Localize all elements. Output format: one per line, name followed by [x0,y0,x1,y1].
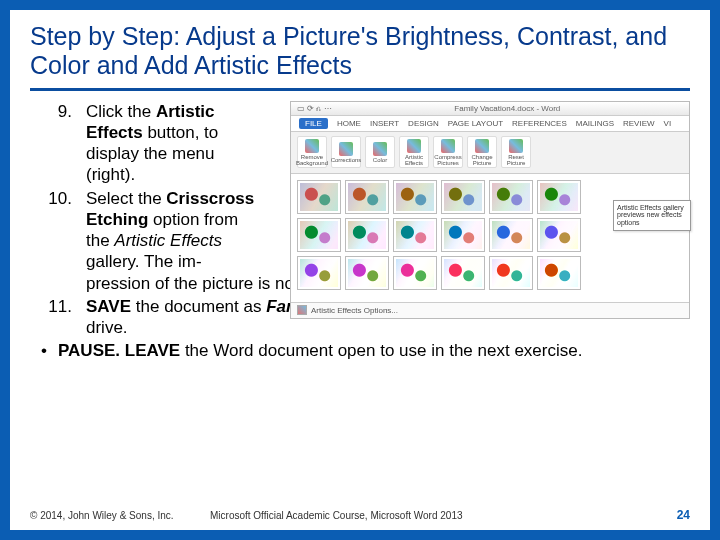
ribbon-tabs: FILEHOMEINSERTDESIGNPAGE LAYOUTREFERENCE… [291,116,689,132]
pause-text: PAUSE. LEAVE the Word document open to u… [58,340,690,361]
tab-vi: VI [664,119,672,128]
slide: Step by Step: Adjust a Picture's Brightn… [10,10,710,530]
slide-title: Step by Step: Adjust a Picture's Brightn… [30,22,690,86]
effect-thumb [441,218,485,252]
title-rule [30,88,690,91]
swatch-icon [297,305,307,315]
page-number: 24 [677,508,690,522]
ribbon-buttons: Remove BackgroundCorrectionsColorArtisti… [291,132,689,174]
pause-bullet: • PAUSE. LEAVE the Word document open to… [30,340,690,361]
effect-thumb [489,180,533,214]
qa-icons: ▭ ⟳ ⎌ ⋯ [297,104,332,113]
effect-thumb [297,180,341,214]
tab-home: HOME [337,119,361,128]
effect-thumb [393,218,437,252]
effect-thumb [345,256,389,290]
tab-review: REVIEW [623,119,655,128]
window-titlebar: ▭ ⟳ ⎌ ⋯ Family Vacation4.docx - Word [291,102,689,116]
effect-thumb [297,256,341,290]
tab-file: FILE [299,118,328,129]
gallery-footer-label: Artistic Effects Options... [311,306,398,315]
effect-thumb [393,256,437,290]
effect-thumb [489,256,533,290]
tab-insert: INSERT [370,119,399,128]
copyright: © 2014, John Wiley & Sons, Inc. [30,510,174,521]
effect-thumb [537,256,581,290]
bullet-dot: • [30,340,58,361]
ribbon-remove-background: Remove Background [297,136,327,168]
tab-references: REFERENCES [512,119,567,128]
slide-footer: © 2014, John Wiley & Sons, Inc. Microsof… [30,508,690,522]
ribbon-artistic-effects: Artistic Effects [399,136,429,168]
callout-box: Artistic Effects gallery previews new ef… [613,200,691,231]
effect-thumb [345,180,389,214]
tab-design: DESIGN [408,119,439,128]
word-screenshot: ▭ ⟳ ⎌ ⋯ Family Vacation4.docx - Word FIL… [290,101,690,319]
effect-thumb [489,218,533,252]
effect-thumb [297,218,341,252]
course-name: Microsoft Official Academic Course, Micr… [210,510,463,521]
gallery-footer: Artistic Effects Options... [291,302,689,318]
ribbon-color: Color [365,136,395,168]
artistic-effects-gallery: Artistic Effects gallery previews new ef… [291,174,689,318]
ribbon-change-picture: Change Picture [467,136,497,168]
content-area: 9.Click the Artistic Effects button, to … [30,101,690,362]
ribbon-corrections: Corrections [331,136,361,168]
tab-mailings: MAILINGS [576,119,614,128]
effect-thumb [537,218,581,252]
ribbon-compress-pictures: Compress Pictures [433,136,463,168]
effect-thumb [441,180,485,214]
ribbon-reset-picture: Reset Picture [501,136,531,168]
doc-title: Family Vacation4.docx - Word [454,104,560,113]
effect-thumb [393,180,437,214]
effect-thumb [441,256,485,290]
tab-page layout: PAGE LAYOUT [448,119,503,128]
effect-thumb [537,180,581,214]
effect-thumb [345,218,389,252]
